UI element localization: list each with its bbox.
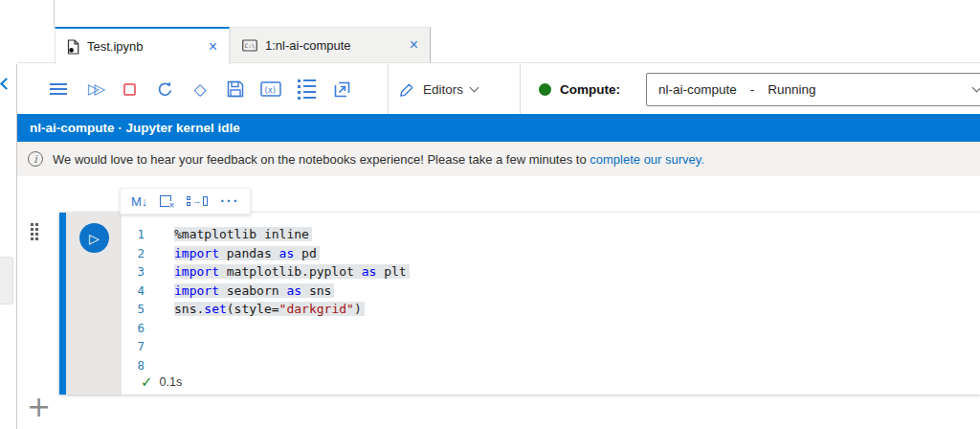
expand-icon[interactable]: [331, 79, 352, 100]
editors-dropdown[interactable]: Editors: [399, 64, 478, 114]
code-line[interactable]: 7: [122, 337, 980, 356]
line-number: 6: [122, 321, 145, 335]
code-line[interactable]: 8: [122, 356, 980, 375]
line-number: 8: [122, 358, 145, 373]
chevron-down-icon: [470, 82, 479, 92]
split-cell-button[interactable]: →: [187, 196, 208, 206]
code-line[interactable]: 4import seaborn as sns: [122, 282, 980, 301]
restart-kernel-icon[interactable]: [154, 79, 175, 100]
close-tab-icon[interactable]: ×: [207, 39, 219, 55]
line-number: 4: [122, 283, 145, 298]
kernel-status-bar: nl-ai-compute · Jupyter kernel idle: [17, 114, 980, 142]
line-number: 1: [122, 227, 145, 241]
code-line[interactable]: 3import matplotlib.pyplot as plt: [122, 262, 980, 282]
clear-outputs-icon[interactable]: ◇: [189, 79, 211, 100]
line-number: 3: [122, 264, 145, 279]
code-editor[interactable]: 1%matplotlib inline2import pandas as pd3…: [122, 225, 980, 374]
cell-toolbar: M↓ × → ···: [120, 188, 251, 214]
table-of-contents-icon[interactable]: [296, 79, 317, 100]
compute-label: Compute:: [560, 82, 620, 97]
stop-icon[interactable]: [119, 79, 140, 100]
line-number: 2: [122, 246, 145, 260]
survey-link[interactable]: complete our survey.: [590, 152, 704, 167]
info-icon: i: [28, 151, 43, 167]
convert-to-markdown-button[interactable]: M↓: [131, 194, 147, 209]
tab-terminal[interactable]: C:\ 1:nl-ai-compute ×: [230, 27, 431, 63]
toolbar-separator: [388, 64, 389, 114]
panel-divider: [54, 0, 55, 27]
code-line[interactable]: 6: [122, 319, 980, 338]
tab-label: Test.ipynb: [87, 39, 144, 54]
compute-running-dot-icon: [539, 83, 551, 96]
success-check-icon: ✓: [141, 373, 153, 391]
add-cell-button[interactable]: +: [27, 393, 51, 421]
blocks-arrow-icon: →: [187, 196, 208, 206]
code-line[interactable]: 5sns.set(style="darkgrid"): [122, 300, 980, 319]
feedback-notice-bar: i We would love to hear your feedback on…: [17, 142, 980, 176]
execution-time: 0.1s: [160, 375, 183, 389]
notebook-file-icon: [67, 39, 79, 55]
compute-dash: -: [750, 82, 755, 97]
pencil-icon: [399, 81, 415, 98]
close-tab-icon[interactable]: ×: [408, 37, 420, 53]
collapsed-panel-handle[interactable]: [0, 257, 13, 305]
editors-label: Editors: [423, 82, 463, 97]
run-all-icon[interactable]: ▷▷: [83, 79, 104, 100]
svg-text:(x): (x): [265, 85, 277, 95]
kernel-status-text: nl-ai-compute · Jupyter kernel idle: [30, 121, 240, 135]
line-number: 7: [122, 339, 145, 353]
toolbar-separator: [520, 64, 521, 114]
terminal-icon: C:\: [242, 39, 257, 52]
code-lines: 1%matplotlib inline2import pandas as pd3…: [122, 225, 980, 374]
notice-text: We would love to hear your feedback on t…: [53, 152, 704, 167]
chevron-down-icon: [972, 83, 980, 93]
compute-status: Compute:: [539, 64, 620, 114]
svg-text:C:\: C:\: [245, 41, 256, 48]
variable-explorer-icon[interactable]: (x): [260, 79, 281, 100]
menu-icon[interactable]: [48, 79, 69, 100]
run-cell-button[interactable]: ▷: [79, 223, 109, 253]
compute-name: nl-ai-compute: [658, 82, 737, 97]
tab-test-ipynb[interactable]: Test.ipynb ×: [55, 27, 230, 64]
save-icon[interactable]: [225, 79, 246, 100]
tab-label: 1:nl-ai-compute: [265, 38, 351, 53]
line-number: 5: [122, 302, 145, 316]
notebook-window: Test.ipynb × C:\ 1:nl-ai-compute × ▷▷: [0, 0, 980, 429]
compute-select[interactable]: nl-ai-compute - Running: [646, 73, 980, 106]
notebook-code-cell: ▷ 1%matplotlib inline2import pandas as p…: [59, 213, 980, 395]
tab-strip: Test.ipynb × C:\ 1:nl-ai-compute ×: [17, 27, 980, 63]
compute-state: Running: [768, 82, 815, 97]
notebook-toolbar: ▷▷ ◇ (x): [17, 64, 980, 114]
more-actions-button[interactable]: ···: [220, 193, 239, 209]
selected-cell-indicator: [59, 213, 66, 395]
execution-status: ✓ 0.1s: [141, 373, 182, 391]
collapse-panel-icon[interactable]: [0, 78, 12, 90]
code-line[interactable]: 2import pandas as pd: [122, 244, 980, 263]
code-line[interactable]: 1%matplotlib inline: [122, 225, 980, 244]
clear-cell-output-button[interactable]: ×: [160, 195, 174, 207]
cell-drag-handle-icon[interactable]: [31, 223, 38, 240]
square-x-icon: ×: [160, 195, 171, 207]
